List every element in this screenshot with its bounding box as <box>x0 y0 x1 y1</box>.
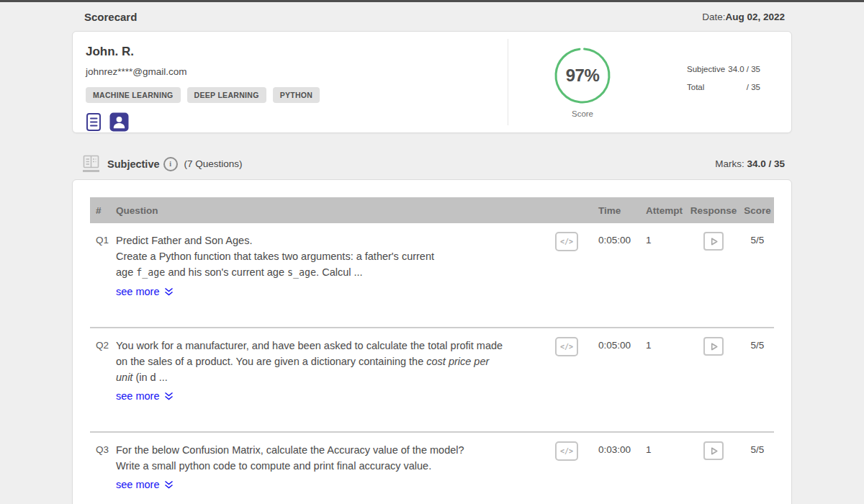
breakdown-value: / 35 <box>724 83 760 91</box>
question-time: 0:05:00 <box>591 233 642 248</box>
info-icon[interactable]: i <box>163 157 178 171</box>
question-count: (7 Questions) <box>184 158 243 169</box>
table-row-q2: Q2 You work for a manufacturer, and have… <box>90 327 774 431</box>
question-score: 5/5 <box>741 442 774 458</box>
question-number: Q3 <box>90 442 116 458</box>
exam-icon <box>81 155 101 173</box>
code-icon[interactable]: </> <box>555 232 578 251</box>
question-text: For the below Confusion Matrix, calculat… <box>116 442 555 474</box>
question-text: You work for a manufacturer, and have be… <box>116 338 555 385</box>
question-time: 0:03:00 <box>591 442 642 458</box>
question-attempt: 1 <box>642 338 686 354</box>
play-icon <box>709 342 719 351</box>
user-summary-card: John. R. johnrez****@gmail.com MACHINE L… <box>72 31 792 133</box>
play-button[interactable] <box>703 441 724 460</box>
play-button[interactable] <box>703 337 724 356</box>
questions-table: # Question Time Attempt Response Score Q… <box>90 197 774 504</box>
score-percent: 97% <box>553 46 612 105</box>
play-icon <box>709 237 719 246</box>
code-icon[interactable]: </> <box>555 337 578 356</box>
breakdown-label: Subjective <box>687 65 724 73</box>
header-time: Time <box>591 205 642 216</box>
score-ring: 97% Score <box>553 46 612 118</box>
contact-card-icon[interactable] <box>109 112 129 132</box>
header-question: Question <box>116 205 555 216</box>
question-number: Q1 <box>90 233 116 248</box>
questions-table-card: # Question Time Attempt Response Score Q… <box>72 179 792 504</box>
table-row-q3: Q3 For the below Confusion Matrix, calcu… <box>90 431 774 504</box>
skill-tag: PYTHON <box>273 87 320 103</box>
user-name: John. R. <box>86 45 508 59</box>
breakdown-row-total: Total / 35 <box>687 83 760 91</box>
subjective-section-header: Subjective i (7 Questions) Marks: 34.0 /… <box>72 155 792 173</box>
user-email: johnrez****@gmail.com <box>86 66 508 77</box>
scorecard-page: Scorecard Date:Aug 02, 2022 John. R. joh… <box>0 0 864 504</box>
table-row-q1: Q1 Predict Father and Son Ages.Create a … <box>90 223 774 327</box>
question-score: 5/5 <box>741 338 774 354</box>
see-more-label: see more <box>116 390 159 402</box>
play-icon <box>709 446 719 456</box>
see-more-link[interactable]: see more <box>116 479 174 490</box>
play-button[interactable] <box>703 232 724 251</box>
chevron-double-down-icon <box>163 480 174 490</box>
header-score: Score <box>741 205 774 216</box>
chevron-double-down-icon <box>163 287 174 297</box>
see-more-link[interactable]: see more <box>116 390 174 402</box>
see-more-label: see more <box>116 286 159 297</box>
score-breakdown: Subjective 34.0 / 35 Total / 35 <box>687 65 760 91</box>
code-icon[interactable]: </> <box>555 441 578 461</box>
header-attempt: Attempt <box>642 205 686 216</box>
question-text: Predict Father and Son Ages.Create a Pyt… <box>116 233 555 281</box>
user-info: John. R. johnrez****@gmail.com MACHINE L… <box>73 32 508 132</box>
skill-tags: MACHINE LEARNING DEEP LEARNING PYTHON <box>86 87 508 103</box>
chevron-double-down-icon <box>163 392 174 401</box>
see-more-label: see more <box>116 479 159 490</box>
skill-tag: MACHINE LEARNING <box>86 87 181 103</box>
question-attempt: 1 <box>642 233 686 248</box>
date-label: Date: <box>702 12 725 22</box>
header-num: # <box>90 205 116 216</box>
see-more-link[interactable]: see more <box>116 286 174 297</box>
section-marks: Marks: 34.0 / 35 <box>715 158 785 169</box>
section-title: Subjective <box>107 158 160 170</box>
score-summary: 97% Score Subjective 34.0 / 35 Total / 3… <box>508 32 791 132</box>
question-attempt: 1 <box>642 442 686 458</box>
breakdown-label: Total <box>687 83 724 91</box>
marks-value: 34.0 / 35 <box>747 158 785 169</box>
date-value: Aug 02, 2022 <box>725 12 785 22</box>
question-time: 0:05:00 <box>591 338 642 354</box>
score-label: Score <box>553 109 612 118</box>
question-score: 5/5 <box>741 233 774 248</box>
marks-label: Marks: <box>715 158 744 169</box>
user-actions <box>86 112 508 132</box>
skill-tag: DEEP LEARNING <box>187 87 266 103</box>
header-response: Response <box>686 205 741 216</box>
breakdown-value: 34.0 / 35 <box>724 65 760 73</box>
table-header: # Question Time Attempt Response Score <box>90 197 774 223</box>
question-number: Q2 <box>90 338 116 354</box>
page-header: Scorecard Date:Aug 02, 2022 <box>72 2 792 31</box>
report-icon[interactable] <box>86 112 102 132</box>
report-date: Date:Aug 02, 2022 <box>702 12 785 22</box>
breakdown-row-subjective: Subjective 34.0 / 35 <box>687 65 760 73</box>
page-title: Scorecard <box>84 11 137 23</box>
